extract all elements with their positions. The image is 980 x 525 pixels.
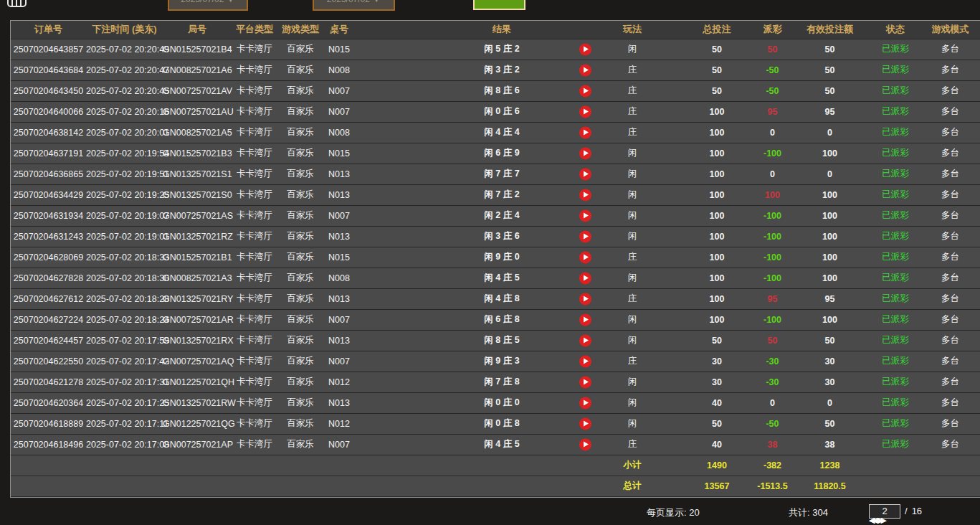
col-order-no: 订单号 (11, 21, 86, 39)
cell-status: 已派彩 (871, 434, 920, 455)
cell-bet-time: 2025-07-02 20:19:54 (86, 143, 163, 164)
play-icon[interactable] (579, 313, 591, 326)
play-icon[interactable] (579, 147, 591, 159)
cell-game-mode: 多台 (920, 372, 980, 392)
cell-order-no: 25070204622550 (11, 351, 86, 372)
cell-valid-bet: 100 (789, 205, 871, 226)
result-text: 闲 8 庄 5 (484, 335, 519, 345)
cell-platform: 卡卡湾厅 (232, 226, 277, 247)
cell-round-no: GN007257021AP (163, 434, 232, 455)
cell-play: 闲 (612, 184, 677, 205)
cell-valid-bet: 100 (789, 268, 871, 288)
cell-status: 已派彩 (871, 80, 920, 101)
result-text: 闲 9 庄 0 (484, 252, 519, 262)
date-from-picker[interactable]: 2025/07/02 ▼ (168, 0, 248, 11)
cell-payout: 50 (756, 39, 789, 60)
cell-payout: -30 (756, 372, 789, 392)
table-row: 25070204624457 2025-07-02 20:17:59 GN013… (11, 330, 980, 351)
cell-play: 闲 (612, 268, 677, 288)
play-icon[interactable] (579, 43, 591, 55)
cell-valid-bet: 0 (789, 392, 871, 413)
play-icon[interactable] (579, 438, 591, 450)
play-icon[interactable] (579, 105, 591, 118)
table-body: 25070204643857 2025-07-02 20:20:49 GN015… (11, 39, 980, 455)
play-icon[interactable] (579, 230, 591, 242)
cell-bet-time: 2025-07-02 20:20:45 (86, 80, 163, 101)
play-icon[interactable] (579, 189, 591, 201)
play-icon[interactable] (579, 334, 591, 346)
cell-status: 已派彩 (871, 39, 920, 60)
cell-total-bet: 50 (677, 330, 756, 351)
play-icon[interactable] (579, 209, 591, 222)
result-text: 闲 6 庄 9 (484, 148, 519, 158)
col-game-type: 游戏类型 (277, 21, 323, 39)
calendar-icon[interactable] (7, 0, 27, 7)
play-icon[interactable] (579, 251, 591, 263)
cell-total-bet: 40 (677, 392, 756, 413)
cell-platform: 卡卡湾厅 (232, 288, 277, 309)
play-icon[interactable] (579, 293, 591, 305)
last-page-icon[interactable]: ▶▶ (877, 513, 884, 525)
result-text: 闲 6 庄 8 (484, 314, 519, 324)
cell-payout: -100 (756, 309, 789, 330)
cell-valid-bet: 100 (789, 226, 871, 247)
col-payout: 派彩 (756, 21, 789, 39)
play-icon[interactable] (579, 85, 591, 97)
cell-game-type: 百家乐 (277, 351, 323, 372)
cell-payout: 95 (756, 101, 789, 122)
cell-valid-bet: 30 (789, 351, 871, 372)
table-row: 25070204620364 2025-07-02 20:17:25 GN013… (11, 392, 980, 413)
cell-table-no: N013 (323, 330, 355, 351)
cell-order-no: 25070204637191 (11, 143, 86, 164)
cell-game-mode: 多台 (920, 60, 980, 80)
cell-game-mode: 多台 (920, 80, 980, 101)
cell-platform: 卡卡湾厅 (232, 60, 277, 80)
cell-game-type: 百家乐 (277, 205, 323, 226)
cell-total-bet: 40 (677, 434, 756, 455)
col-round-no: 局号 (163, 21, 232, 39)
cell-payout: 0 (756, 392, 789, 413)
cell-status: 已派彩 (871, 205, 920, 226)
cell-play: 庄 (612, 247, 677, 268)
play-icon[interactable] (579, 376, 591, 388)
cell-order-no: 25070204627224 (11, 309, 86, 330)
play-icon[interactable] (579, 126, 591, 138)
grand-total-total-bet: 13567 (677, 476, 756, 496)
subtotal-payout: -382 (756, 455, 789, 476)
cell-table-no: N013 (323, 392, 355, 413)
cell-table-no: N007 (323, 101, 355, 122)
prev-page-icon[interactable]: ◀ (869, 513, 875, 525)
cell-payout: -50 (756, 413, 789, 434)
cell-play: 庄 (612, 60, 677, 80)
cell-bet-time: 2025-07-02 20:20:47 (86, 60, 163, 80)
cell-valid-bet: 50 (789, 39, 871, 60)
cell-round-no: GN008257021A3 (163, 268, 232, 288)
cell-status: 已派彩 (871, 268, 920, 288)
play-icon[interactable] (579, 168, 591, 180)
cell-order-no: 25070204634429 (11, 184, 86, 205)
cell-game-mode: 多台 (920, 164, 980, 184)
cell-table-no: N013 (323, 184, 355, 205)
col-bet-time: 下注时间 (美东) (86, 21, 163, 39)
cell-bet-time: 2025-07-02 20:17:25 (86, 392, 163, 413)
cell-game-mode: 多台 (920, 143, 980, 164)
cell-play: 庄 (612, 101, 677, 122)
table-header: 订单号 下注时间 (美东) 局号 平台类型 游戏类型 桌号 结果 玩法 总投注 … (11, 21, 980, 39)
play-icon[interactable] (579, 417, 591, 430)
cell-game-mode: 多台 (920, 330, 980, 351)
cell-platform: 卡卡湾厅 (232, 330, 277, 351)
date-to-picker[interactable]: 2025/07/02 ▼ (313, 0, 395, 11)
cell-status: 已派彩 (871, 413, 920, 434)
grand-total-row: 总计 13567 -1513.5 11820.5 (11, 476, 980, 496)
cell-round-no: GN012257021QG (163, 413, 232, 434)
cell-order-no: 25070204628069 (11, 247, 86, 268)
play-icon[interactable] (579, 355, 591, 367)
cell-bet-time: 2025-07-02 20:17:11 (86, 413, 163, 434)
cell-order-no: 25070204643450 (11, 80, 86, 101)
cell-round-no: GN015257021B1 (163, 247, 232, 268)
play-icon[interactable] (579, 272, 591, 284)
search-button[interactable] (473, 0, 525, 10)
play-icon[interactable] (579, 64, 591, 76)
play-icon[interactable] (579, 397, 591, 409)
result-text: 闲 0 庄 8 (484, 418, 519, 428)
